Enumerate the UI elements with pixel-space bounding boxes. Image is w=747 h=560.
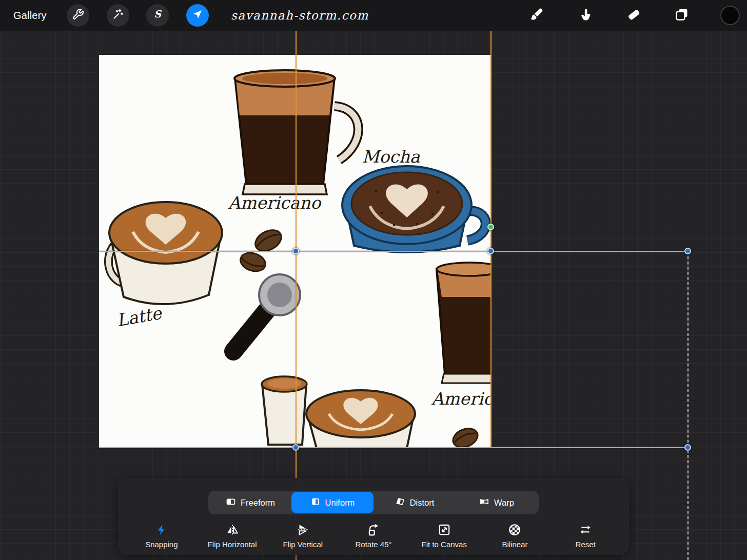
mode-freeform[interactable]: Freeform xyxy=(209,492,291,513)
mocha-label: Mocha xyxy=(362,147,420,167)
bilinear-button[interactable]: Bilinear xyxy=(480,523,551,549)
portafilter xyxy=(233,274,300,351)
action-label: Flip Vertical xyxy=(283,540,323,549)
transform-button[interactable] xyxy=(186,4,209,27)
fit-to-canvas-button[interactable]: Fit to Canvas xyxy=(409,523,480,549)
action-label: Flip Horizontal xyxy=(208,540,257,549)
brush-tool-button[interactable] xyxy=(529,8,544,23)
fit-to-canvas-icon xyxy=(438,523,451,536)
mode-label: Uniform xyxy=(325,498,355,508)
snapping-button[interactable]: Snapping xyxy=(126,523,197,549)
brush-icon xyxy=(529,7,544,24)
flip-horizontal-button[interactable]: Flip Horizontal xyxy=(197,523,268,549)
smudge-finger-icon xyxy=(579,8,593,24)
selection-button[interactable]: S xyxy=(146,4,169,27)
canvas-background: Americano Mocha xyxy=(0,31,747,560)
transform-actions-row: Snapping Flip Horizontal Flip Vertical R… xyxy=(126,523,621,549)
mocha-cup xyxy=(342,166,486,252)
transform-arrow-icon xyxy=(192,9,203,22)
transform-guide-horizontal-top xyxy=(99,251,690,252)
coffee-bean xyxy=(450,425,480,448)
transform-node[interactable] xyxy=(684,444,691,451)
adjustments-button[interactable] xyxy=(107,4,129,27)
uniform-mode-icon xyxy=(310,496,321,509)
freeform-mode-icon xyxy=(226,496,236,509)
bottom-latte-cup xyxy=(306,390,415,448)
mode-warp[interactable]: Warp xyxy=(456,492,538,513)
mode-distort[interactable]: Distort xyxy=(373,492,456,513)
warp-mode-icon xyxy=(479,496,489,509)
transform-node[interactable] xyxy=(292,444,299,451)
reset-button[interactable]: Reset xyxy=(550,523,621,549)
flip-vertical-button[interactable]: Flip Vertical xyxy=(267,523,338,549)
document-title: savannah-storm.com xyxy=(231,0,369,31)
bilinear-interpolation-icon xyxy=(508,523,521,536)
smudge-tool-button[interactable] xyxy=(578,8,593,23)
mode-uniform[interactable]: Uniform xyxy=(291,492,373,513)
actions-button[interactable] xyxy=(67,4,89,27)
flip-horizontal-icon xyxy=(226,523,239,536)
rotation-handle[interactable] xyxy=(487,224,494,230)
distort-mode-icon xyxy=(395,496,405,509)
mode-label: Warp xyxy=(494,498,514,508)
transform-node[interactable] xyxy=(684,248,691,254)
transform-guide-vertical-right xyxy=(490,31,492,448)
americano-label: Americano xyxy=(228,193,322,213)
transform-node[interactable] xyxy=(487,248,494,254)
action-label: Snapping xyxy=(145,540,178,549)
coffee-beans xyxy=(238,226,285,274)
gallery-label: Gallery xyxy=(13,10,47,22)
espresso-cup xyxy=(262,376,307,445)
layers-icon xyxy=(675,7,689,24)
transform-guide-horizontal-bottom xyxy=(99,447,690,448)
eraser-tool-button[interactable] xyxy=(626,8,641,23)
mode-label: Distort xyxy=(410,498,435,508)
action-label: Rotate 45° xyxy=(355,540,391,549)
gallery-button[interactable]: Gallery xyxy=(13,0,47,31)
wrench-icon xyxy=(72,8,84,23)
layers-button[interactable] xyxy=(674,8,690,23)
action-label: Bilinear xyxy=(502,540,527,549)
rotate-45-button[interactable]: Rotate 45° xyxy=(338,523,409,549)
svg-text:S: S xyxy=(154,8,162,19)
original-bounds-dashed-line xyxy=(687,251,689,560)
americano-copy-cup xyxy=(437,263,492,383)
reset-arrows-icon xyxy=(579,523,592,536)
transform-mode-segmented-control: Freeform Uniform Distort Warp xyxy=(208,491,539,514)
americano-copy-label: America xyxy=(431,389,492,409)
latte-label: Latte xyxy=(115,303,164,330)
eraser-icon xyxy=(626,7,641,24)
magic-wand-icon xyxy=(112,8,124,23)
flip-vertical-icon xyxy=(296,523,309,536)
top-toolbar: Gallery S savannah-storm.com xyxy=(0,0,747,31)
transform-panel: Freeform Uniform Distort Warp xyxy=(118,478,629,555)
transform-node[interactable] xyxy=(292,248,299,254)
latte-cup xyxy=(108,202,222,304)
rotate-45-icon xyxy=(367,523,380,536)
active-color-button[interactable] xyxy=(720,6,740,25)
selection-s-icon: S xyxy=(151,8,164,23)
snapping-lightning-icon xyxy=(155,523,168,536)
action-label: Reset xyxy=(576,540,596,549)
action-label: Fit to Canvas xyxy=(422,540,467,549)
mode-label: Freeform xyxy=(241,498,275,508)
